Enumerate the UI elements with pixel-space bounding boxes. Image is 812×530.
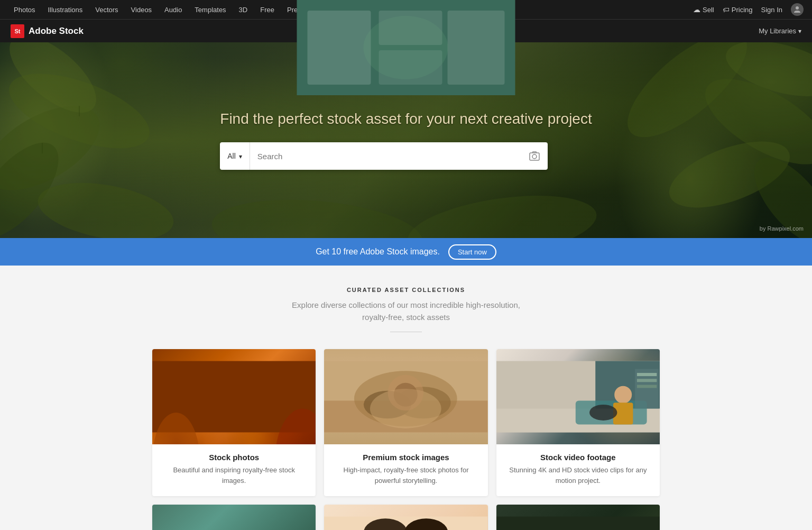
svg-rect-53 (496, 517, 660, 530)
search-input[interactable] (250, 152, 521, 161)
hero-title: Find the perfect stock asset for your ne… (220, 111, 592, 127)
card-image-illustration (324, 505, 487, 530)
card-illustrations[interactable]: Illustrations Hand-crafted and vector il… (324, 505, 487, 530)
svg-point-4 (33, 173, 178, 238)
search-bar: All (220, 142, 548, 170)
card-title: Stock photos (162, 453, 306, 462)
svg-point-16 (532, 154, 537, 159)
card-stock-photos[interactable]: Stock photos Beautiful and inspiring roy… (152, 349, 316, 496)
card-body: Stock video footage Stunning 4K and HD s… (496, 444, 660, 496)
card-video-footage[interactable]: Stock video footage Stunning 4K and HD s… (496, 349, 660, 496)
cards-grid: Stock photos Beautiful and inspiring roy… (152, 349, 660, 530)
svg-point-30 (388, 375, 423, 410)
card-image-people (496, 349, 660, 444)
card-image-mushroom (152, 349, 316, 444)
start-now-button[interactable]: Start now (448, 244, 496, 260)
search-category-dropdown[interactable]: All (220, 142, 250, 170)
card-templates[interactable]: Templates Professional templates to jump… (152, 505, 316, 530)
svg-point-11 (209, 192, 426, 238)
visual-search-button[interactable] (521, 150, 548, 162)
collections-subtitle: Explore diverse collections of our most … (11, 299, 801, 323)
promo-banner: Get 10 free Adobe Stock images. Start no… (0, 238, 812, 266)
card-title: Stock video footage (506, 453, 650, 462)
card-title: Premium stock images (334, 453, 478, 462)
promo-text: Get 10 free Adobe Stock images. (316, 247, 440, 257)
svg-point-37 (589, 405, 617, 421)
svg-rect-41 (637, 385, 657, 388)
collections-section: CURATED ASSET COLLECTIONS Explore divers… (0, 266, 812, 530)
hero-content: Find the perfect stock asset for your ne… (220, 111, 592, 170)
collections-section-label: CURATED ASSET COLLECTIONS (11, 287, 801, 293)
card-image-templates (152, 505, 316, 530)
photo-credit: by Rawpixel.com (760, 225, 804, 232)
card-food[interactable]: Food & cuisine Vibrant and appetizing fo… (496, 505, 660, 530)
card-description: Beautiful and inspiring royalty-free sto… (162, 465, 306, 486)
svg-point-35 (614, 386, 632, 404)
card-description: Stunning 4K and HD stock video clips for… (506, 465, 650, 486)
card-body: Premium stock images High-impact, royalt… (324, 444, 487, 496)
card-image-dog (324, 349, 487, 444)
svg-point-12 (404, 185, 601, 238)
card-body: Stock photos Beautiful and inspiring roy… (152, 444, 316, 496)
search-category-label: All (227, 152, 236, 160)
card-image-food (496, 505, 660, 530)
card-premium-images[interactable]: Premium stock images High-impact, royalt… (324, 349, 487, 496)
svg-rect-39 (637, 373, 657, 376)
collections-divider (390, 332, 422, 332)
dropdown-chevron-icon (239, 152, 242, 160)
svg-rect-40 (637, 379, 657, 382)
svg-rect-15 (530, 153, 539, 160)
card-description: High-impact, royalty-free stock photos f… (334, 465, 478, 486)
